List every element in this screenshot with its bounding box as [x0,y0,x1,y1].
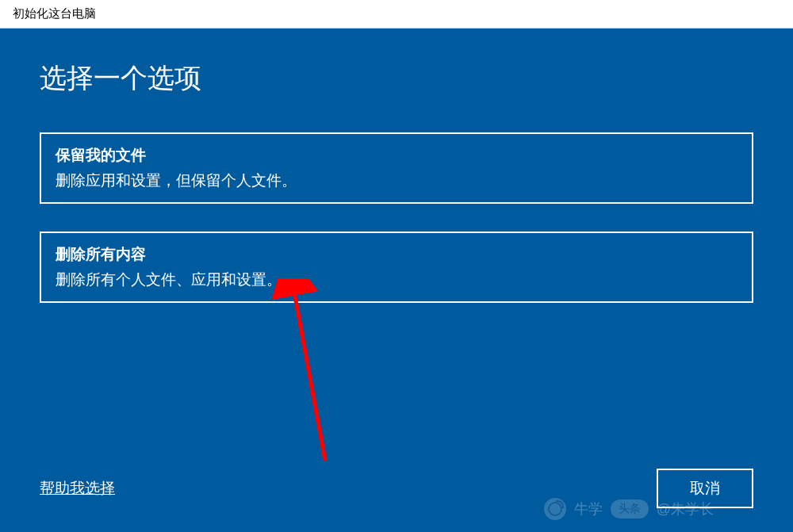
dialog-content: 选择一个选项 保留我的文件 删除应用和设置，但保留个人文件。 删除所有内容 删除… [0,29,793,532]
window-title: 初始化这台电脑 [13,6,96,20]
toutiao-badge: 头条 [611,499,649,519]
option-title: 删除所有内容 [56,244,737,265]
help-me-choose-link[interactable]: 帮助我选择 [40,478,115,499]
page-heading: 选择一个选项 [40,60,753,97]
watermark: 牛学 头条 @朱学长 [544,498,714,520]
weibo-icon [544,498,566,520]
option-description: 删除所有个人文件、应用和设置。 [56,270,737,290]
option-remove-everything[interactable]: 删除所有内容 删除所有个人文件、应用和设置。 [40,232,753,303]
watermark-author: @朱学长 [657,499,714,519]
option-keep-files[interactable]: 保留我的文件 删除应用和设置，但保留个人文件。 [40,132,753,204]
window-titlebar: 初始化这台电脑 [0,0,793,29]
option-description: 删除应用和设置，但保留个人文件。 [56,170,737,191]
reset-pc-dialog: 初始化这台电脑 选择一个选项 保留我的文件 删除应用和设置，但保留个人文件。 删… [0,0,793,532]
svg-line-1 [293,288,325,461]
watermark-text: 牛学 [574,499,603,519]
red-arrow-annotation [214,278,373,484]
option-title: 保留我的文件 [56,145,737,166]
